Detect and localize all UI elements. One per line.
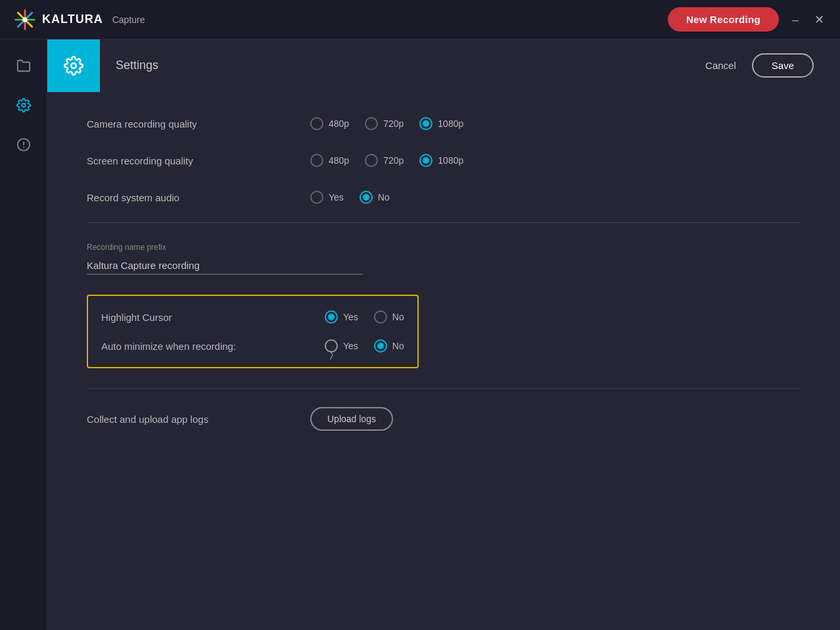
header-actions: Cancel Save [705,53,814,78]
settings-title: Settings [116,59,158,72]
settings-header: Settings Cancel Save [47,39,840,92]
camera-quality-options: 480p 720p 1080p [310,117,463,130]
camera-1080p-radio[interactable] [419,117,432,130]
prefix-label: Recording name prefix [87,243,801,252]
prefix-input[interactable] [87,257,363,275]
highlight-cursor-box: Highlight Cursor Yes No Auto m [87,295,419,368]
upload-logs-button[interactable]: Upload logs [310,407,393,431]
auto-minimize-yes-option[interactable]: 〉 Yes [325,339,358,352]
minimize-button[interactable]: – [789,11,801,28]
auto-minimize-row: Auto minimize when recording: 〉 Yes No [101,331,404,360]
highlight-cursor-options: Yes No [325,310,404,324]
divider-2 [87,388,801,389]
screen-1080p-label: 1080p [438,155,463,166]
divider-1 [87,222,801,223]
sidebar [0,39,47,630]
screen-720p-radio[interactable] [365,154,378,167]
system-audio-yes-option[interactable]: Yes [310,191,344,204]
highlight-cursor-yes-label: Yes [343,312,358,322]
app-name: KALTURA [42,12,103,26]
settings-icon-box [47,39,100,92]
screen-quality-row: Screen recording quality 480p 720p 1080p [87,142,801,179]
collect-logs-label: Collect and upload app logs [87,414,310,425]
auto-minimize-options: 〉 Yes No [325,339,404,352]
highlight-cursor-no-radio[interactable] [374,310,387,324]
app-branding: KALTURA Capture [13,8,145,32]
screen-480p-radio[interactable] [310,154,323,167]
titlebar: KALTURA Capture New Recording – ✕ [0,0,840,39]
content-area: Settings Cancel Save Camera recording qu… [47,39,840,630]
gear-icon [64,56,83,76]
settings-title-section: Settings [47,39,158,92]
camera-480p-radio[interactable] [310,117,323,130]
titlebar-controls: New Recording – ✕ [668,7,827,32]
screen-720p-label: 720p [383,155,404,166]
screen-480p-label: 480p [329,155,349,166]
svg-point-9 [71,63,76,68]
camera-480p-option[interactable]: 480p [310,117,349,130]
highlight-cursor-label: Highlight Cursor [101,312,325,323]
auto-minimize-no-label: No [392,341,404,351]
save-button[interactable]: Save [752,53,814,78]
system-audio-yes-label: Yes [329,192,344,203]
system-audio-yes-radio[interactable] [310,191,323,204]
system-audio-options: Yes No [310,191,390,204]
system-audio-no-option[interactable]: No [360,191,390,204]
auto-minimize-no-radio[interactable] [374,339,387,352]
screen-720p-option[interactable]: 720p [365,154,404,167]
camera-quality-label: Camera recording quality [87,118,310,130]
highlight-cursor-no-label: No [392,312,404,322]
auto-minimize-yes-label: Yes [343,341,358,351]
camera-quality-row: Camera recording quality 480p 720p 1080p [87,105,801,142]
screen-1080p-option[interactable]: 1080p [419,154,463,167]
camera-720p-option[interactable]: 720p [365,117,404,130]
svg-point-5 [22,103,26,107]
highlight-cursor-yes-radio[interactable] [325,310,338,324]
auto-minimize-yes-radio[interactable]: 〉 [325,339,338,352]
camera-480p-label: 480p [329,118,349,129]
prefix-section: Recording name prefix [87,230,801,288]
cancel-button[interactable]: Cancel [705,60,736,71]
settings-content: Camera recording quality 480p 720p 1080p [47,92,840,456]
kaltura-star-icon [13,8,37,32]
sidebar-item-settings[interactable] [11,92,37,118]
kaltura-logo: KALTURA Capture [13,8,145,32]
sidebar-item-files[interactable] [11,53,37,79]
sidebar-item-info[interactable] [11,132,37,158]
main-layout: Settings Cancel Save Camera recording qu… [0,39,840,630]
highlight-cursor-row: Highlight Cursor Yes No [101,303,404,331]
screen-quality-label: Screen recording quality [87,155,310,166]
close-button[interactable]: ✕ [812,11,827,28]
camera-720p-radio[interactable] [365,117,378,130]
upload-logs-row: Collect and upload app logs Upload logs [87,395,801,443]
highlight-cursor-no-option[interactable]: No [374,310,404,324]
system-audio-label: Record system audio [87,192,310,203]
system-audio-no-radio[interactable] [360,191,373,204]
auto-minimize-no-option[interactable]: No [374,339,404,352]
highlight-cursor-yes-option[interactable]: Yes [325,310,358,324]
camera-1080p-label: 1080p [438,118,463,129]
camera-1080p-option[interactable]: 1080p [419,117,463,130]
screen-480p-option[interactable]: 480p [310,154,349,167]
screen-1080p-radio[interactable] [419,154,432,167]
auto-minimize-label: Auto minimize when recording: [101,341,325,352]
screen-quality-options: 480p 720p 1080p [310,154,463,167]
app-subtitle: Capture [112,14,145,25]
svg-point-4 [22,17,27,22]
system-audio-row: Record system audio Yes No [87,179,801,216]
camera-720p-label: 720p [383,118,404,129]
new-recording-button[interactable]: New Recording [668,7,779,32]
system-audio-no-label: No [378,192,390,203]
